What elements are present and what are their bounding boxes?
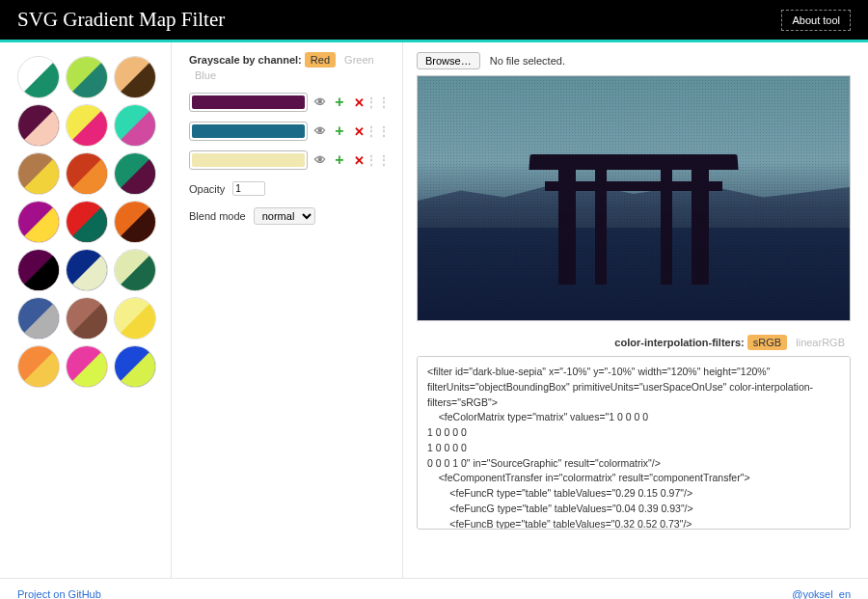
palette-swatch[interactable] (114, 345, 156, 388)
about-button[interactable]: About tool (781, 10, 851, 31)
drag-handle-icon[interactable]: ⋮⋮ (371, 124, 385, 138)
palette-grid (17, 56, 161, 388)
remove-icon[interactable]: ✕ (352, 124, 366, 138)
add-icon[interactable]: + (333, 124, 346, 138)
palette-swatch[interactable] (66, 152, 108, 195)
color-bar[interactable] (189, 150, 308, 170)
palette-swatch[interactable] (66, 249, 108, 291)
add-icon[interactable]: + (333, 153, 346, 167)
palette-swatch[interactable] (114, 249, 156, 291)
file-status: No file selected. (490, 55, 565, 67)
preview-panel: Browse… No file selected. color-interpol… (403, 42, 868, 578)
main: Grayscale by channel: Red Green Blue 👁+✕… (0, 42, 868, 578)
palette-swatch[interactable] (66, 297, 108, 340)
github-link[interactable]: Project on GitHub (17, 588, 101, 599)
drag-handle-icon[interactable]: ⋮⋮ (371, 153, 385, 167)
cif-row: color-interpolation-filters: sRGB linear… (417, 335, 851, 350)
visibility-icon[interactable]: 👁 (313, 153, 327, 167)
palette-swatch[interactable] (17, 56, 60, 98)
browse-button[interactable]: Browse… (417, 52, 480, 69)
palette-swatch[interactable] (114, 56, 156, 98)
visibility-icon[interactable]: 👁 (313, 95, 327, 109)
color-bar[interactable] (189, 93, 308, 112)
palette-swatch[interactable] (17, 345, 60, 388)
palette-swatch[interactable] (17, 152, 60, 195)
cif-label: color-interpolation-filters: (614, 337, 744, 348)
remove-icon[interactable]: ✕ (352, 95, 366, 109)
code-output[interactable] (417, 356, 851, 530)
blend-label: Blend mode (189, 210, 246, 222)
preview-image (417, 75, 851, 321)
palette-swatch[interactable] (66, 104, 108, 147)
drag-handle-icon[interactable]: ⋮⋮ (371, 95, 385, 109)
palette-swatch[interactable] (114, 152, 156, 195)
palette-swatch[interactable] (114, 104, 156, 147)
header: SVG Gradient Map Filter About tool (0, 0, 868, 42)
color-bar[interactable] (189, 122, 308, 141)
grayscale-label: Grayscale by channel: (189, 54, 302, 66)
palette-swatch[interactable] (114, 201, 156, 243)
blend-row: Blend mode normal (189, 207, 385, 225)
footer: Project on GitHub @yoksel_en (0, 578, 868, 599)
remove-icon[interactable]: ✕ (352, 153, 366, 167)
cif-tab-srgb[interactable]: sRGB (747, 335, 787, 350)
color-row: 👁+✕⋮⋮ (189, 93, 385, 112)
file-row: Browse… No file selected. (417, 52, 851, 69)
grayscale-tab-blue[interactable]: Blue (189, 68, 222, 83)
color-row: 👁+✕⋮⋮ (189, 122, 385, 141)
palette-swatch[interactable] (66, 56, 108, 98)
opacity-row: Opacity (189, 181, 385, 196)
palette-swatch[interactable] (114, 297, 156, 340)
palette-panel (0, 42, 172, 578)
palette-swatch[interactable] (17, 297, 60, 340)
palette-swatch[interactable] (66, 201, 108, 243)
grayscale-tab-red[interactable]: Red (305, 52, 336, 68)
grayscale-tab-green[interactable]: Green (339, 52, 380, 68)
grayscale-row: Grayscale by channel: Red Green Blue (189, 52, 385, 83)
opacity-label: Opacity (189, 183, 225, 195)
cif-tab-linearrgb[interactable]: linearRGB (790, 335, 851, 350)
author-link[interactable]: @yoksel_en (792, 588, 851, 599)
palette-swatch[interactable] (17, 249, 60, 291)
opacity-input[interactable] (232, 181, 265, 196)
palette-swatch[interactable] (17, 201, 60, 243)
controls-panel: Grayscale by channel: Red Green Blue 👁+✕… (172, 42, 403, 578)
visibility-icon[interactable]: 👁 (313, 124, 327, 138)
palette-swatch[interactable] (66, 345, 108, 388)
page-title: SVG Gradient Map Filter (17, 8, 225, 32)
palette-swatch[interactable] (17, 104, 60, 147)
color-row: 👁+✕⋮⋮ (189, 150, 385, 170)
blend-select[interactable]: normal (254, 207, 315, 225)
add-icon[interactable]: + (333, 95, 346, 109)
